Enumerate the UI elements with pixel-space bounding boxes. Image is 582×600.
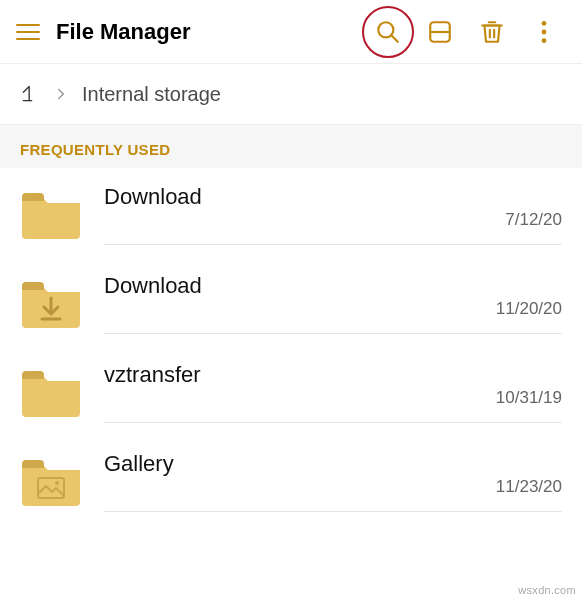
- list-item[interactable]: Gallery 11/23/20: [0, 435, 582, 524]
- section-header: FREQUENTLY USED: [0, 124, 582, 168]
- breadcrumb[interactable]: Internal storage: [0, 64, 582, 124]
- list-item[interactable]: Download 11/20/20: [0, 257, 582, 346]
- folder-icon: [20, 189, 82, 239]
- trash-button[interactable]: [466, 6, 518, 58]
- list-item[interactable]: vztransfer 10/31/19: [0, 346, 582, 435]
- list-item[interactable]: Download 7/12/20: [0, 168, 582, 257]
- app-title: File Manager: [56, 19, 190, 45]
- menu-icon[interactable]: [12, 16, 44, 48]
- watermark: wsxdn.com: [518, 584, 576, 596]
- app-toolbar: File Manager: [0, 0, 582, 64]
- item-name: Download: [104, 273, 562, 299]
- svg-point-9: [542, 29, 547, 34]
- breadcrumb-location[interactable]: Internal storage: [82, 83, 221, 106]
- search-highlight-circle: [362, 6, 414, 58]
- folder-image-icon: [20, 456, 82, 506]
- trash-icon: [479, 19, 505, 45]
- more-button[interactable]: [518, 6, 570, 58]
- search-button[interactable]: [362, 6, 414, 58]
- section-title: FREQUENTLY USED: [20, 141, 562, 158]
- folder-download-icon: [20, 278, 82, 328]
- item-date: 11/20/20: [496, 299, 562, 319]
- more-vertical-icon: [540, 19, 548, 45]
- item-date: 11/23/20: [496, 477, 562, 497]
- view-split-icon: [427, 19, 453, 45]
- folder-list: Download 7/12/20 Download 11/20/20 vztra…: [0, 168, 582, 524]
- item-name: Download: [104, 184, 562, 210]
- item-date: 10/31/19: [496, 388, 562, 408]
- item-name: vztransfer: [104, 362, 562, 388]
- item-name: Gallery: [104, 451, 562, 477]
- svg-line-1: [391, 35, 398, 42]
- svg-point-15: [55, 481, 59, 485]
- folder-icon: [20, 367, 82, 417]
- item-date: 7/12/20: [505, 210, 562, 230]
- view-toggle-button[interactable]: [414, 6, 466, 58]
- svg-point-10: [542, 38, 547, 43]
- chevron-right-icon: [54, 87, 68, 101]
- svg-point-8: [542, 20, 547, 25]
- search-icon: [375, 19, 401, 45]
- up-level-icon[interactable]: [20, 84, 40, 104]
